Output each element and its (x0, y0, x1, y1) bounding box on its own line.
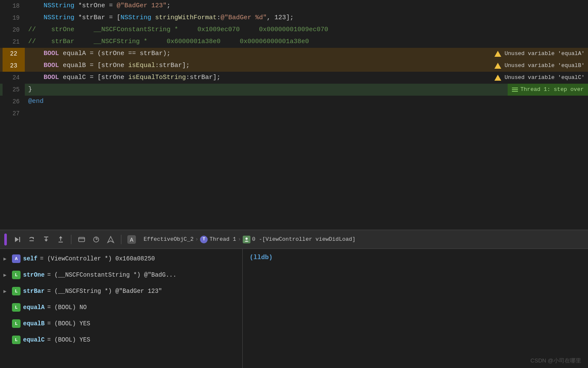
svg-marker-5 (44, 239, 48, 242)
line-number-24: 24 (3, 72, 25, 84)
var-value: = (BOOL) YES (47, 336, 90, 343)
svg-rect-10 (79, 237, 85, 242)
line-content-23: BOOL equalB = [strOne isEqual:strBar]; (25, 60, 494, 72)
debug-toolbar: A EffectiveObjC_2 › T Thread 1 › 0 -[Vie… (0, 230, 588, 248)
line-content-27 (25, 108, 588, 120)
var-name: equalB (23, 320, 44, 327)
thread-badge: Thread 1: step over (508, 84, 588, 96)
toolbar-separator-2 (121, 235, 121, 244)
breadcrumb: EffectiveObjC_2 › T Thread 1 › 0 -[ViewC… (144, 236, 356, 243)
code-lines: 18 NSString *strOne = @"BadGer 123";19 N… (0, 0, 588, 120)
expand-arrow[interactable]: ▶ (3, 288, 9, 295)
line-number-20: 20 (3, 24, 25, 36)
line-number-22: 22 (3, 48, 25, 60)
frame-icon (243, 236, 250, 243)
code-line-22: 22 BOOL equalA = (strOne == strBar);Unus… (0, 48, 588, 60)
var-value: = (__NSCFConstantString *) @"BadG... (47, 272, 176, 278)
lldb-content: (lldb) (243, 249, 588, 368)
code-line-26: 26@end (0, 96, 588, 108)
variable-row[interactable]: LequalB = (BOOL) YES (0, 315, 242, 332)
code-line-23: 23 BOOL equalB = [strOne isEqual:strBar]… (0, 60, 588, 72)
warning-badge-22: Unused variable 'equalA' (494, 48, 588, 60)
breadcrumb-thread: Thread 1 (209, 236, 236, 242)
code-line-25: 25}Thread 1: step over (0, 84, 588, 96)
var-name: strOne (23, 272, 44, 278)
breadcrumb-file: EffectiveObjC_2 (144, 236, 194, 242)
step-out-button[interactable] (55, 234, 67, 245)
svg-marker-8 (59, 236, 62, 238)
svg-text:A: A (130, 237, 133, 243)
var-value: = (BOOL) YES (47, 320, 90, 327)
line-number-27: 27 (3, 108, 25, 120)
breadcrumb-frame: 0 -[ViewController viewDidLoad] (252, 236, 356, 242)
code-line-20: 20// strOne __NSCFConstantString * 0x100… (0, 24, 588, 36)
var-badge: L (12, 336, 21, 344)
line-number-26: 26 (3, 96, 25, 108)
step-into-button[interactable] (40, 234, 52, 245)
breakpoint-button[interactable] (76, 234, 88, 245)
bottom-panel: ▶Aself = (ViewController *) 0x160a08250▶… (0, 248, 588, 368)
warning-badge-23: Unused variable 'equalB' (494, 60, 588, 72)
toolbar-separator-1 (71, 235, 71, 244)
line-content-20: // strOne __NSCFConstantString * 0x1009e… (25, 24, 588, 36)
variable-row[interactable]: ▶LstrOne = (__NSCFConstantString *) @"Ba… (0, 267, 242, 283)
svg-point-18 (245, 237, 247, 239)
code-line-21: 21// strBar __NSCFString * 0x6000001a38e… (0, 36, 588, 48)
var-badge: L (12, 303, 21, 312)
var-badge: A (12, 254, 21, 263)
line-content-18: NSString *strOne = @"BadGer 123"; (25, 0, 588, 12)
line-content-21: // strBar __NSCFString * 0x6000001a38e0 … (25, 36, 588, 48)
step-over-button[interactable] (26, 234, 38, 245)
lldb-prompt: (lldb) (250, 254, 273, 261)
code-editor[interactable]: 18 NSString *strOne = @"BadGer 123";19 N… (0, 0, 588, 230)
variable-row[interactable]: LequalC = (BOOL) YES (0, 332, 242, 348)
navigate-button[interactable] (90, 234, 102, 245)
watermark: CSDN @小司在哪里 (530, 357, 581, 365)
line-number-21: 21 (3, 36, 25, 48)
variable-row[interactable]: ▶LstrBar = (__NSCFString *) @"BadGer 123… (0, 283, 242, 299)
breadcrumb-sep-2: › (238, 237, 241, 242)
var-badge: L (12, 271, 21, 279)
line-number-18: 18 (3, 0, 25, 12)
line-number-23: 23 (3, 60, 25, 72)
var-name: equalC (23, 336, 44, 343)
lldb-panel[interactable]: (lldb) CSDN @小司在哪里 (243, 249, 588, 368)
var-name: equalA (23, 304, 44, 311)
pause-indicator (4, 234, 7, 245)
line-content-24: BOOL equalC = [strOne isEqualToString:st… (25, 72, 494, 84)
var-name: self (23, 255, 38, 262)
variable-row[interactable]: LequalA = (BOOL) NO (0, 299, 242, 315)
line-number-19: 19 (3, 12, 25, 24)
line-content-19: NSString *strBar = [NSString stringWithF… (25, 12, 588, 24)
variables-list: ▶Aself = (ViewController *) 0x160a08250▶… (0, 249, 242, 368)
svg-rect-1 (19, 237, 20, 242)
line-content-25: } (25, 84, 508, 96)
svg-marker-15 (108, 237, 114, 242)
line-content-26: @end (25, 96, 588, 108)
location-button[interactable] (105, 234, 117, 245)
line-number-25: 25 (3, 84, 25, 96)
var-value: = (ViewController *) 0x160a08250 (40, 255, 155, 262)
code-line-27: 27 (0, 108, 588, 120)
var-name: strBar (23, 288, 44, 295)
continue-button[interactable] (11, 234, 23, 245)
var-value: = (BOOL) NO (47, 304, 86, 311)
code-line-19: 19 NSString *strBar = [NSString stringWi… (0, 12, 588, 24)
variable-row[interactable]: ▶Aself = (ViewController *) 0x160a08250 (0, 251, 242, 267)
warning-badge-24: Unused variable 'equalC' (494, 72, 588, 84)
thread-icon: T (200, 236, 208, 243)
expand-arrow[interactable]: ▶ (3, 272, 9, 278)
breadcrumb-sep-1: › (195, 237, 198, 242)
variables-panel: ▶Aself = (ViewController *) 0x160a08250▶… (0, 249, 243, 368)
expand-arrow[interactable]: ▶ (3, 256, 9, 262)
var-value: = (__NSCFString *) @"BadGer 123" (47, 288, 162, 295)
var-badge: L (12, 319, 21, 328)
app-icon: A (126, 234, 138, 245)
svg-marker-0 (15, 237, 19, 242)
code-line-24: 24 BOOL equalC = [strOne isEqualToString… (0, 72, 588, 84)
code-line-18: 18 NSString *strOne = @"BadGer 123"; (0, 0, 588, 12)
line-content-22: BOOL equalA = (strOne == strBar); (25, 48, 494, 60)
var-badge: L (12, 287, 21, 295)
